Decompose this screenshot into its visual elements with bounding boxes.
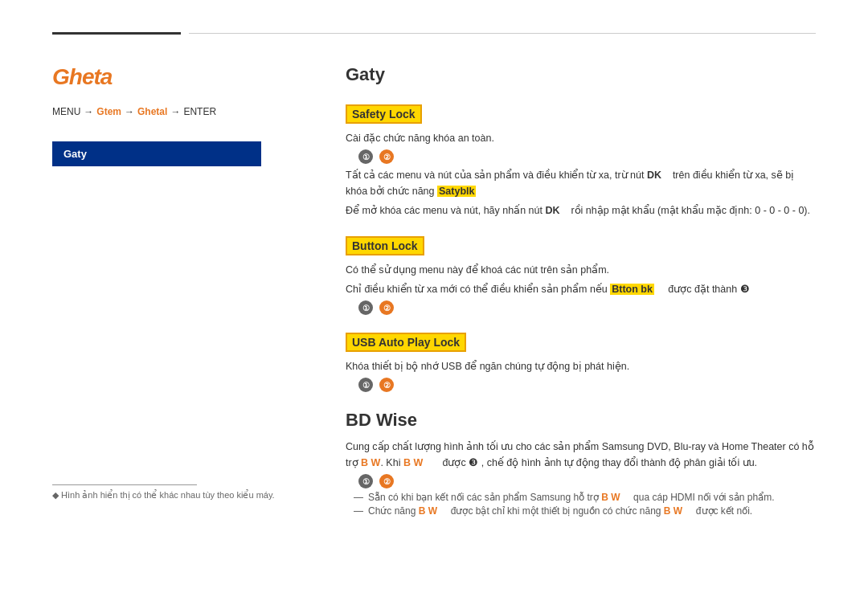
top-bar-left-accent — [52, 32, 181, 35]
menu-path: MENU → Gtem → Ghetal → ENTER — [52, 106, 309, 117]
icon-off-1: ① — [358, 149, 373, 164]
safety-lock-bullets: ① ② — [358, 149, 816, 164]
menu-label: MENU — [52, 106, 80, 117]
bd-wise-note1: — Sẵn có khi bạn kết nối các sản phẩm Sa… — [354, 492, 816, 503]
icon-on-3: ② — [379, 378, 394, 392]
icon-off-4: ① — [358, 474, 373, 488]
icon-off-3: ① — [358, 378, 373, 392]
footnote-text: ◆ Hình ảnh hiển thị có thể khác nhau tùy… — [52, 490, 277, 501]
bd-wise-section: BD Wise Cung cấp chất lượng hình ảnh tối… — [346, 410, 816, 517]
top-bar — [52, 32, 816, 35]
button-lock-bullets: ① ② — [358, 300, 816, 315]
bd-wise-text1: Cung cấp chất lượng hình ảnh tối ưu cho … — [346, 439, 816, 471]
nav-item-selected[interactable]: Gaty — [52, 141, 261, 166]
usb-auto-play-lock-text1: Khóa thiết bị bộ nhớ USB để ngăn chúng t… — [346, 358, 816, 374]
logo-area: Gheta — [52, 64, 309, 90]
arrow2: → — [125, 106, 134, 117]
safety-lock-text3: Để mở khóa các menu và nút, hãy nhấn nút… — [346, 202, 816, 219]
left-panel: Gheta MENU → Gtem → Ghetal → ENTER Gaty — [52, 64, 309, 170]
left-footnote: ◆ Hình ảnh hiển thị có thể khác nhau tùy… — [52, 484, 277, 501]
footnote-divider — [52, 484, 197, 485]
safety-lock-text2: Tất cả các menu và nút của sản phẩm và đ… — [346, 167, 816, 199]
button-lock-text1: Có thể sử dụng menu này để khoá các nút … — [346, 262, 816, 278]
menu-item2: Ghetal — [137, 106, 167, 117]
menu-enter: ENTER — [183, 106, 216, 117]
bd-wise-note2: — Chức năng B W được bật chỉ khi một thi… — [354, 505, 816, 517]
safety-lock-section: Safety Lock Cài đặc chức năng khóa an to… — [346, 104, 816, 219]
icon-off-2: ① — [358, 300, 373, 315]
usb-auto-play-lock-bullets: ① ② — [358, 378, 816, 392]
bd-wise-bullets: ① ② — [358, 474, 816, 488]
usb-auto-play-lock-heading: USB Auto Play Lock — [346, 333, 466, 352]
icon-on-1: ② — [379, 149, 394, 164]
button-lock-text2: Chỉ điều khiển từ xa mới có thể điều khi… — [346, 281, 816, 297]
safety-lock-text1: Cài đặc chức năng khóa an toàn. — [346, 130, 816, 146]
top-bar-right-line — [189, 33, 816, 34]
right-panel-title: Gaty — [346, 64, 816, 85]
icon-on-2: ② — [379, 300, 394, 315]
button-lock-heading: Button Lock — [346, 236, 424, 255]
logo: Gheta — [52, 64, 112, 89]
icon-on-4: ② — [379, 474, 394, 488]
usb-auto-play-lock-section: USB Auto Play Lock Khóa thiết bị bộ nhớ … — [346, 333, 816, 392]
safety-lock-heading: Safety Lock — [346, 104, 422, 124]
bd-wise-title: BD Wise — [346, 410, 816, 431]
arrow3: → — [170, 106, 180, 117]
arrow1: → — [84, 106, 93, 117]
right-panel: Gaty Safety Lock Cài đặc chức năng khóa … — [346, 64, 816, 534]
button-lock-section: Button Lock Có thể sử dụng menu này để k… — [346, 236, 816, 315]
menu-item1: Gtem — [96, 106, 121, 117]
